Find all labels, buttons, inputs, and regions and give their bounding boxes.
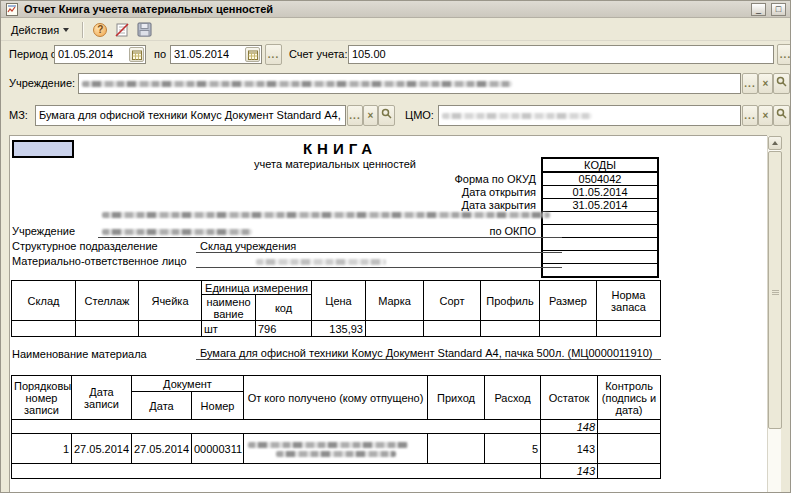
t2-header-ostatok: Остаток (541, 376, 598, 420)
doc-mol-label: Материально-ответственное лицо (12, 255, 187, 267)
t2-opening-row-empty (12, 420, 541, 434)
actions-menu-button[interactable]: Действия (6, 22, 74, 38)
chevron-down-icon (63, 28, 69, 32)
t1-cell-profil (481, 321, 540, 337)
redacted-text (276, 451, 396, 457)
t1-header-profil: Профиль (481, 281, 540, 321)
t1-cell-unit-name: шт (202, 321, 256, 337)
mz-more-button[interactable]: ... (347, 105, 363, 126)
period-from-calendar-button[interactable] (129, 47, 144, 62)
selected-cell[interactable] (12, 140, 74, 158)
t1-cell-razmer (540, 321, 597, 337)
calendar-icon (132, 50, 142, 60)
report-settings-button[interactable] (113, 21, 131, 39)
institution-input[interactable] (78, 73, 741, 94)
t2-header-prihod: Приход (428, 376, 485, 420)
redacted-text (442, 113, 592, 119)
period-from-input[interactable]: 01.05.2014 (54, 45, 146, 64)
doc-structural-label: Структурное подразделение (12, 240, 158, 252)
t2-opening-balance: 148 (541, 420, 598, 434)
magnifier-icon (776, 76, 787, 87)
t2-header-from: От кого получено (кому отпущено) (244, 376, 428, 420)
report-icon (5, 2, 19, 16)
period-to-input[interactable]: 31.05.2014 (170, 45, 262, 64)
redacted-text (256, 259, 386, 265)
t2-cell-rec-date: 27.05.2014 (72, 434, 132, 464)
mz-lookup-button[interactable] (378, 105, 395, 126)
scroll-up-button[interactable] (768, 136, 782, 150)
t2-cell-doc-date: 27.05.2014 (132, 434, 192, 464)
redacted-text (248, 442, 408, 448)
t1-header-razmer: Размер (540, 281, 597, 321)
toolbar: Действия ? (1, 19, 790, 41)
period-more-button[interactable]: ... (265, 44, 282, 65)
account-input[interactable]: 105.00 (348, 45, 774, 64)
save-button[interactable] (135, 21, 153, 39)
report-spreadsheet[interactable]: КНИГА учета материальных ценностей КОДЫ … (9, 135, 767, 493)
doc-institution-label: Учреждение (12, 225, 75, 237)
t1-cell-price: 135,93 (312, 321, 366, 337)
mz-input[interactable]: Бумага для офисной техники Комус Докумен… (35, 105, 346, 126)
t1-cell-sort (424, 321, 481, 337)
institution-lookup-button[interactable] (773, 73, 790, 94)
codes-row-value: 01.05.2014 (542, 186, 658, 199)
t2-header-num: Порядковый номер записи (12, 376, 72, 420)
account-more-button[interactable]: ... (777, 44, 791, 65)
title-bar: Отчет Книга учеета материальных ценносте… (1, 1, 790, 18)
codes-row-value (542, 212, 658, 225)
help-button[interactable]: ? (91, 21, 109, 39)
maximize-button[interactable]: □ (771, 3, 786, 16)
codes-row-label: Дата открытия (394, 186, 542, 199)
period-to-calendar-button[interactable] (245, 47, 260, 62)
minimize-button[interactable]: _ (751, 3, 766, 16)
scrollbar-grip (772, 290, 779, 295)
institution-more-button[interactable]: ... (742, 73, 758, 94)
t1-cell-sklad (12, 321, 76, 337)
t1-cell-stellazh (76, 321, 139, 337)
period-to-label: по (154, 45, 166, 64)
t1-header-sort: Сорт (424, 281, 481, 321)
t2-header-doc-num: Номер (192, 392, 244, 420)
t2-cell-rashod: 5 (485, 434, 541, 464)
t1-header-unit-code: код (256, 295, 312, 321)
account-value: 105.00 (352, 46, 386, 63)
scrollbar-thumb[interactable] (768, 151, 782, 429)
cmo-more-button[interactable]: ... (742, 105, 758, 126)
redacted-text (102, 229, 252, 235)
magnifier-icon (381, 108, 392, 119)
t1-header-yacheyka: Ячейка (139, 281, 202, 321)
t2-cell-num: 1 (12, 434, 72, 464)
t2-cell-doc-num: 00000311 (192, 434, 244, 464)
t1-header-stellazh: Стеллаж (76, 281, 139, 321)
cmo-clear-button[interactable]: × (758, 105, 773, 126)
material-label: Наименование материала (12, 348, 147, 360)
vertical-scrollbar[interactable] (767, 136, 781, 493)
cmo-label: ЦМО: (405, 106, 434, 125)
cmo-input[interactable] (438, 105, 741, 126)
t2-header-rec-date: Дата записи (72, 376, 132, 420)
t2-closing-control (598, 464, 661, 479)
t2-cell-control (598, 434, 661, 464)
mz-clear-button[interactable]: × (363, 105, 378, 126)
help-icon: ? (93, 23, 107, 37)
period-from-label: Период с (9, 45, 56, 64)
cmo-lookup-button[interactable] (773, 105, 790, 126)
redacted-text (102, 212, 550, 218)
t2-header-rashod: Расход (485, 376, 541, 420)
material-value: Бумага для офисной техники Комус Докумен… (196, 347, 661, 360)
t2-closing-row-empty (12, 464, 541, 479)
actions-menu-label: Действия (11, 24, 59, 36)
window-title: Отчет Книга учеета материальных ценносте… (24, 3, 746, 15)
account-label: Счет учета: (289, 45, 347, 64)
period-to-value: 31.05.2014 (174, 46, 229, 63)
institution-clear-button[interactable]: × (758, 73, 773, 94)
redacted-text (82, 81, 512, 87)
t2-cell-ostatok: 143 (541, 434, 598, 464)
magnifier-icon (776, 108, 787, 119)
t1-header-unit-name: наименование (202, 295, 256, 321)
report-window: Отчет Книга учеета материальных ценносте… (0, 0, 791, 493)
t2-opening-control (598, 420, 661, 434)
codes-row-label: Дата закрытия (394, 199, 542, 212)
t1-header-unit: Единица измерения (202, 281, 312, 295)
item-card-table: Склад Стеллаж Ячейка Единица измерения Ц… (11, 280, 661, 337)
